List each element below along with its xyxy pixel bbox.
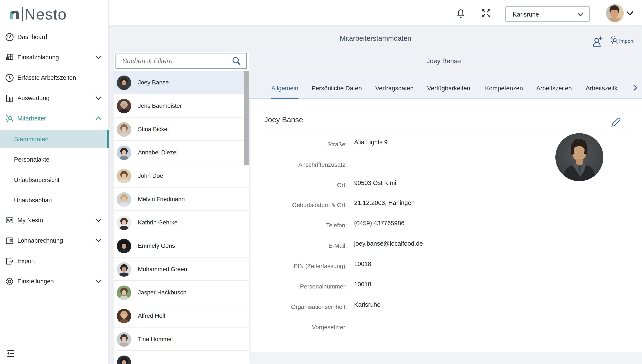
svg-text:Nesto: Nesto xyxy=(25,6,67,23)
